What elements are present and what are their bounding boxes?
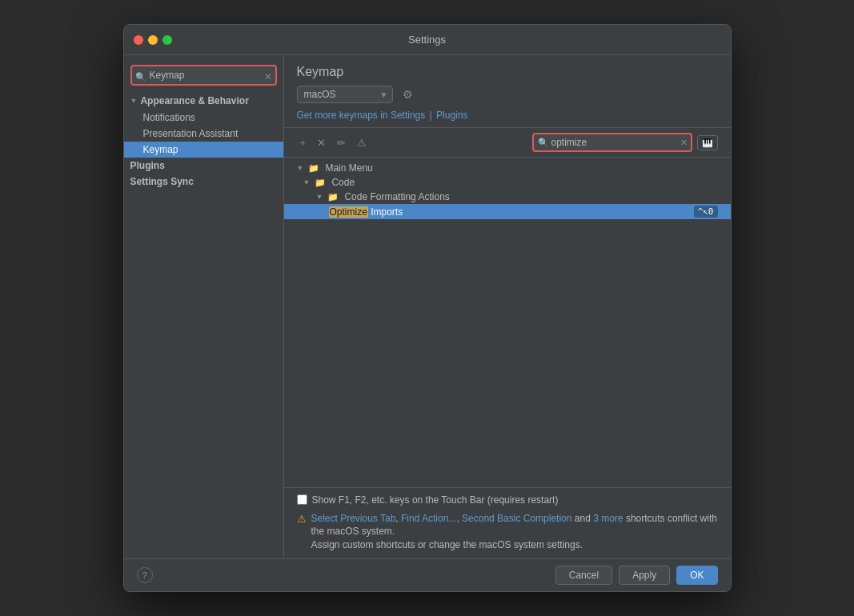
ok-button[interactable]: OK bbox=[676, 566, 717, 585]
more-link[interactable]: 3 more bbox=[593, 513, 623, 524]
filter-search-input[interactable]: optimize bbox=[532, 133, 692, 152]
tree-item-optimize-imports[interactable]: Optimize Imports ^↖0 bbox=[284, 204, 731, 219]
tree-area[interactable]: ▼ 📁 Main Menu ▼ 📁 Code ▼ 📁 Code Formatti… bbox=[284, 158, 731, 487]
search-icon: 🔍 bbox=[135, 72, 146, 82]
add-shortcut-button[interactable]: + bbox=[297, 135, 310, 150]
tree-item-code[interactable]: ▼ 📁 Code bbox=[284, 175, 731, 190]
chevron-down-icon: ▼ bbox=[316, 193, 323, 201]
warn-button[interactable]: ⚠ bbox=[354, 135, 370, 150]
sidebar-item-presentation-assistant[interactable]: Presentation Assistant bbox=[124, 126, 283, 142]
sidebar-item-notifications[interactable]: Notifications bbox=[124, 110, 283, 126]
sidebar-item-appearance-behavior[interactable]: ▼ Appearance & Behavior bbox=[124, 92, 283, 110]
tree-item-label: Main Menu bbox=[325, 162, 717, 174]
filter-search-icon: 🔍 bbox=[538, 138, 549, 148]
sidebar-search-wrap: 🔍 Keymap ✕ bbox=[124, 62, 283, 92]
filter-clear-button[interactable]: ✕ bbox=[680, 138, 688, 148]
minimize-button[interactable] bbox=[148, 35, 158, 45]
main-content: Keymap macOS Default Eclipse ▼ ⚙ Get mor… bbox=[284, 55, 731, 558]
touch-bar-checkbox[interactable] bbox=[297, 494, 307, 505]
sidebar-item-settings-sync[interactable]: Settings Sync bbox=[124, 174, 283, 190]
tree-item-code-formatting[interactable]: ▼ 📁 Code Formatting Actions bbox=[284, 190, 731, 204]
dialog-title: Settings bbox=[408, 34, 446, 46]
folder-icon: 📁 bbox=[308, 163, 319, 174]
close-button[interactable] bbox=[134, 35, 143, 45]
touch-bar-checkbox-row: Show F1, F2, etc. keys on the Touch Bar … bbox=[297, 494, 718, 506]
link-separator: | bbox=[430, 110, 435, 121]
main-header: Keymap macOS Default Eclipse ▼ ⚙ Get mor… bbox=[284, 55, 731, 128]
edit-shortcut-button[interactable]: ✏ bbox=[334, 135, 349, 150]
titlebar: Settings bbox=[124, 25, 731, 55]
folder-icon: 📁 bbox=[315, 178, 326, 188]
sidebar: 🔍 Keymap ✕ ▼ Appearance & Behavior Notif… bbox=[124, 55, 284, 558]
find-by-shortcut-button[interactable]: 🎹 bbox=[697, 135, 718, 150]
sidebar-section-label: Appearance & Behavior bbox=[140, 95, 248, 106]
folder-icon: 📁 bbox=[327, 192, 339, 202]
get-more-keymaps-link[interactable]: Get more keymaps in Settings bbox=[297, 110, 426, 121]
keymap-controls: macOS Default Eclipse ▼ ⚙ bbox=[297, 86, 718, 103]
cancel-button[interactable]: Cancel bbox=[555, 566, 612, 585]
sidebar-item-plugins[interactable]: Plugins bbox=[124, 158, 283, 174]
dialog-footer-right: Cancel Apply OK bbox=[555, 566, 718, 585]
tree-item-label: Optimize Imports bbox=[329, 206, 691, 218]
warning-icon: ⚠ bbox=[297, 513, 307, 525]
chevron-down-icon: ▼ bbox=[130, 97, 138, 105]
touch-bar-label[interactable]: Show F1, F2, etc. keys on the Touch Bar … bbox=[312, 494, 559, 506]
tree-item-label: Code bbox=[331, 177, 717, 188]
remove-shortcut-button[interactable]: ✕ bbox=[314, 135, 329, 150]
tree-item-label: Code Formatting Actions bbox=[344, 191, 717, 202]
chevron-down-icon: ▼ bbox=[297, 164, 304, 172]
footer-area: Show F1, F2, etc. keys on the Touch Bar … bbox=[284, 487, 731, 558]
warning-row: ⚠ Select Previous Tab, Find Action..., S… bbox=[297, 512, 718, 552]
dialog-footer: ? Cancel Apply OK bbox=[124, 558, 731, 591]
chevron-down-icon: ▼ bbox=[303, 178, 311, 186]
sidebar-search-input[interactable]: Keymap bbox=[130, 65, 277, 86]
gear-button[interactable]: ⚙ bbox=[399, 86, 416, 102]
warning-text: Select Previous Tab, Find Action..., Sec… bbox=[311, 512, 718, 552]
window-controls bbox=[134, 35, 172, 45]
filter-search-wrap: 🔍 optimize ✕ bbox=[532, 133, 692, 152]
find-action-link[interactable]: Find Action... bbox=[401, 513, 456, 524]
tree-item-main-menu[interactable]: ▼ 📁 Main Menu bbox=[284, 161, 731, 175]
apply-button[interactable]: Apply bbox=[619, 566, 670, 585]
settings-dialog: Settings 🔍 Keymap ✕ ▼ Appearance & Behav… bbox=[123, 24, 732, 592]
select-prev-tab-link[interactable]: Select Previous Tab bbox=[311, 513, 396, 524]
keymap-select-wrap: macOS Default Eclipse ▼ bbox=[297, 86, 393, 103]
sidebar-search-clear[interactable]: ✕ bbox=[264, 71, 272, 82]
keymap-scheme-select[interactable]: macOS Default Eclipse bbox=[297, 86, 393, 103]
help-button[interactable]: ? bbox=[137, 567, 153, 583]
plugins-link[interactable]: Plugins bbox=[436, 110, 467, 121]
maximize-button[interactable] bbox=[162, 35, 172, 45]
dialog-body: 🔍 Keymap ✕ ▼ Appearance & Behavior Notif… bbox=[124, 55, 731, 558]
keymap-links: Get more keymaps in Settings | Plugins bbox=[297, 110, 718, 121]
second-basic-link[interactable]: Second Basic Completion bbox=[462, 513, 571, 524]
highlight-text: Optimize bbox=[329, 206, 368, 218]
keymap-toolbar: + ✕ ✏ ⚠ 🔍 optimize ✕ 🎹 bbox=[284, 128, 731, 158]
shortcut-badge: ^↖0 bbox=[694, 206, 718, 218]
page-title: Keymap bbox=[297, 65, 718, 79]
sidebar-item-keymap[interactable]: Keymap bbox=[124, 142, 283, 158]
